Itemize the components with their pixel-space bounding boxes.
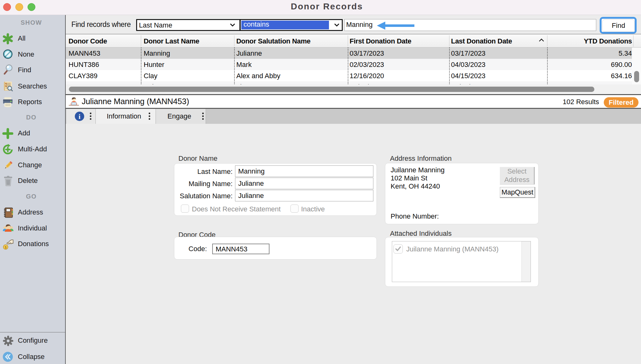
svg-text:$: $ — [5, 245, 7, 249]
svg-text:i: i — [79, 113, 80, 120]
